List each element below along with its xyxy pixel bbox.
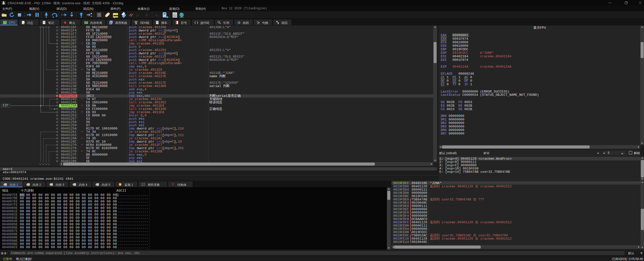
svg-text:#: # bbox=[145, 13, 148, 18]
svg-text:a: a bbox=[158, 14, 159, 17]
svg-text:A: A bbox=[155, 13, 157, 17]
svg-text:?: ? bbox=[172, 183, 174, 186]
svg-text:x=: x= bbox=[142, 184, 145, 186]
svg-text:fx: fx bbox=[136, 13, 139, 17]
svg-text:32: 32 bbox=[4, 22, 6, 24]
svg-text:S: S bbox=[98, 13, 100, 17]
